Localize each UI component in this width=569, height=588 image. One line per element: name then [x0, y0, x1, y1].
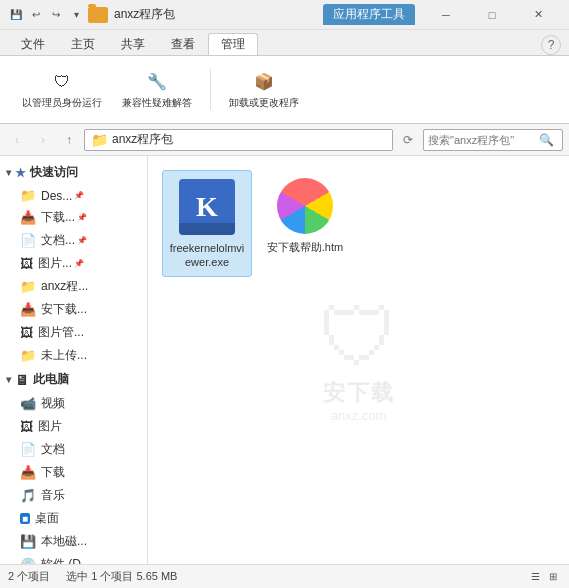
folder-icon-desktop2: ■: [20, 513, 30, 524]
sidebar-label-anzxiazai: 安下载...: [41, 301, 87, 318]
sidebar-item-desktop[interactable]: 📁 Des... 📌: [0, 185, 147, 206]
folder-icon-anxz: 📁: [20, 279, 36, 294]
folder-icon-downloads: 📥: [20, 210, 36, 225]
sidebar-item-desktop2[interactable]: ■ 桌面: [0, 507, 147, 530]
this-pc-icon: 🖥: [15, 372, 29, 388]
pin-icon-pictures: 📌: [74, 259, 84, 268]
troubleshoot-button[interactable]: 🔧 兼容性疑难解答: [116, 67, 198, 113]
sidebar-item-picmanager[interactable]: 🖼 图片管...: [0, 321, 147, 344]
sidebar-item-documents2[interactable]: 📄 文档: [0, 438, 147, 461]
selected-info: 选中 1 个项目 5.65 MB: [66, 569, 177, 584]
sidebar-label-desktop: Des...: [41, 189, 72, 203]
sidebar-item-pictures[interactable]: 🖼 图片... 📌: [0, 252, 147, 275]
list-view-icon[interactable]: ☰: [527, 569, 543, 585]
pin-icon-desktop: 📌: [74, 191, 84, 200]
ribbon-tabs: 文件 主页 共享 查看 管理 ?: [0, 30, 569, 56]
close-button[interactable]: ✕: [515, 0, 561, 30]
help-button[interactable]: ?: [541, 35, 561, 55]
sidebar-label-documents2: 文档: [41, 441, 65, 458]
sidebar-label-desktop2: 桌面: [35, 510, 59, 527]
watermark-shield-icon: 🛡: [319, 298, 399, 378]
folder-icon-upload: 📁: [20, 348, 36, 363]
exe-filename: freekernelolmviewer.exe: [167, 241, 247, 270]
sidebar-label-pictures: 图片...: [38, 255, 72, 272]
tab-file[interactable]: 文件: [8, 33, 58, 55]
sidebar-item-softwareD[interactable]: 💿 软件 (D...: [0, 553, 147, 564]
sidebar-item-downloads2[interactable]: 📥 下载: [0, 461, 147, 484]
sidebar: ▾ ★ 快速访问 📁 Des... 📌 📥 下载... 📌 📄 文档... 📌 …: [0, 156, 148, 564]
sidebar-item-upload[interactable]: 📁 未上传...: [0, 344, 147, 367]
folder-icon-anzxiazai: 📥: [20, 302, 36, 317]
this-pc-header[interactable]: ▾ 🖥 此电脑: [0, 367, 147, 392]
file-item-exe[interactable]: K freekernelolmviewer.exe: [162, 170, 252, 277]
folder-icon-localdisk: 💾: [20, 534, 36, 549]
folder-icon-music: 🎵: [20, 488, 36, 503]
sidebar-label-picmanager: 图片管...: [38, 324, 84, 341]
sidebar-item-localdisk[interactable]: 💾 本地磁...: [0, 530, 147, 553]
folder-icon: [88, 7, 108, 23]
this-pc-label: 此电脑: [33, 371, 69, 388]
down-icon[interactable]: ▾: [68, 7, 84, 23]
tab-view[interactable]: 查看: [158, 33, 208, 55]
main-area: ▾ ★ 快速访问 📁 Des... 📌 📥 下载... 📌 📄 文档... 📌 …: [0, 156, 569, 564]
run-as-admin-button[interactable]: 🛡 以管理员身份运行: [16, 67, 108, 113]
sidebar-item-anxz[interactable]: 📁 anxz程...: [0, 275, 147, 298]
status-bar: 2 个项目 选中 1 个项目 5.65 MB ☰ ⊞: [0, 564, 569, 588]
up-button[interactable]: ↑: [58, 129, 80, 151]
forward-button[interactable]: ›: [32, 129, 54, 151]
address-bar: ‹ › ↑ 📁 anxz程序包 ⟳ 🔍: [0, 124, 569, 156]
sidebar-label-localdisk: 本地磁...: [41, 533, 87, 550]
htm-filename: 安下载帮助.htm: [267, 240, 343, 254]
folder-icon-documents2: 📄: [20, 442, 36, 457]
tab-manage[interactable]: 管理: [208, 33, 258, 55]
sidebar-item-music[interactable]: 🎵 音乐: [0, 484, 147, 507]
redo-icon[interactable]: ↪: [48, 7, 64, 23]
quick-access-label: 快速访问: [30, 164, 78, 181]
sidebar-label-downloads: 下载...: [41, 209, 75, 226]
htm-icon: [277, 178, 333, 234]
back-button[interactable]: ‹: [6, 129, 28, 151]
tab-share[interactable]: 共享: [108, 33, 158, 55]
app-tools-tab[interactable]: 应用程序工具: [323, 4, 415, 25]
pin-icon-documents: 📌: [77, 236, 87, 245]
address-path[interactable]: 📁 anxz程序包: [84, 129, 393, 151]
grid-view-icon[interactable]: ⊞: [545, 569, 561, 585]
maximize-button[interactable]: □: [469, 0, 515, 30]
sidebar-label-softwareD: 软件 (D...: [41, 556, 91, 564]
save-icon[interactable]: 💾: [8, 7, 24, 23]
tab-home[interactable]: 主页: [58, 33, 108, 55]
sidebar-item-anzxiazai[interactable]: 📥 安下载...: [0, 298, 147, 321]
sidebar-item-documents[interactable]: 📄 文档... 📌: [0, 229, 147, 252]
window-controls: ─ □ ✕: [423, 0, 561, 30]
quick-access-header[interactable]: ▾ ★ 快速访问: [0, 160, 147, 185]
file-item-htm[interactable]: 安下载帮助.htm: [260, 170, 350, 277]
undo-icon[interactable]: ↩: [28, 7, 44, 23]
refresh-button[interactable]: ⟳: [397, 129, 419, 151]
files-grid: K freekernelolmviewer.exe 安下载帮助.htm: [158, 166, 559, 281]
title-bar: 💾 ↩ ↪ ▾ anxz程序包 应用程序工具 ─ □ ✕: [0, 0, 569, 30]
sidebar-item-video[interactable]: 📹 视频: [0, 392, 147, 415]
quick-access-star-icon: ★: [15, 166, 26, 180]
sidebar-item-pictures2[interactable]: 🖼 图片: [0, 415, 147, 438]
search-icon[interactable]: 🔍: [538, 132, 554, 148]
exe-icon: K: [179, 179, 235, 235]
search-input[interactable]: [428, 134, 538, 146]
pin-icon-downloads: 📌: [77, 213, 87, 222]
item-count: 2 个项目: [8, 569, 50, 584]
sidebar-item-downloads[interactable]: 📥 下载... 📌: [0, 206, 147, 229]
window-title: anxz程序包: [114, 6, 323, 23]
folder-icon-downloads2: 📥: [20, 465, 36, 480]
search-box[interactable]: 🔍: [423, 129, 563, 151]
file-icon-htm-large: [275, 176, 335, 236]
minimize-button[interactable]: ─: [423, 0, 469, 30]
folder-icon-picmanager: 🖼: [20, 325, 33, 340]
folder-icon-video: 📹: [20, 396, 36, 411]
uninstall-button[interactable]: 📦 卸载或更改程序: [223, 67, 305, 113]
watermark-subtext: anxz.com: [319, 408, 399, 423]
folder-icon-softwareD: 💿: [20, 557, 36, 564]
folder-icon-pictures2: 🖼: [20, 419, 33, 434]
status-left: 2 个项目 选中 1 个项目 5.65 MB: [8, 569, 177, 584]
title-bar-icons: 💾 ↩ ↪ ▾: [8, 7, 84, 23]
uninstall-icon: 📦: [252, 70, 276, 94]
sidebar-label-anxz: anxz程...: [41, 278, 88, 295]
